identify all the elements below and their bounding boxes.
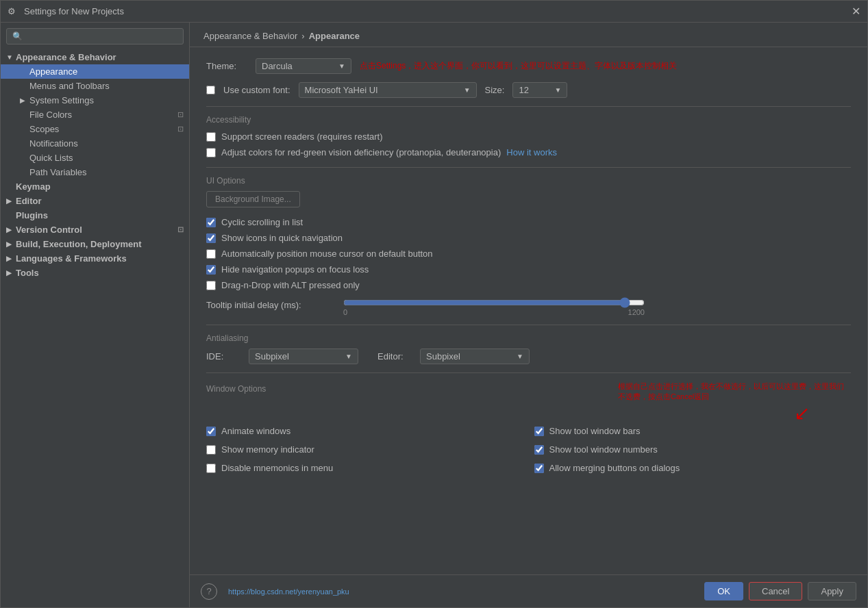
- sidebar-label-appearance: Appearance: [29, 66, 184, 77]
- show-tool-window-bars-checkbox[interactable]: [534, 427, 544, 436]
- font-value: Microsoft YaHei UI: [305, 85, 378, 95]
- window-options-grid: Animate windows Show tool window bars Sh…: [206, 425, 851, 477]
- sidebar-label-system-settings: System Settings: [29, 95, 184, 105]
- ide-aa-label: IDE:: [206, 351, 240, 362]
- allow-merging-row: Allow merging buttons on dialogs: [534, 461, 852, 474]
- sidebar-label-quick-lists: Quick Lists: [29, 153, 184, 163]
- red-arrow-icon: ↙: [794, 402, 810, 425]
- cancel-button[interactable]: Cancel: [749, 582, 802, 600]
- show-memory-checkbox[interactable]: [206, 445, 216, 455]
- sidebar-item-appearance[interactable]: Appearance: [1, 64, 189, 79]
- auto-mouse-row: Automatically position mouse cursor on d…: [206, 247, 851, 260]
- sidebar-item-notifications[interactable]: Notifications: [1, 136, 189, 151]
- font-dropdown[interactable]: Microsoft YaHei UI ▼: [299, 82, 477, 98]
- show-icons-checkbox[interactable]: [206, 233, 216, 243]
- ide-aa-value: Subpixel: [255, 351, 289, 362]
- ok-button[interactable]: OK: [704, 582, 743, 600]
- show-tool-window-bars-row: Show tool window bars: [534, 425, 852, 438]
- divider: [206, 325, 851, 325]
- sidebar-label-version-control: Version Control: [16, 225, 175, 235]
- antialiasing-title: Antialiasing: [206, 333, 851, 343]
- search-box[interactable]: 🔍: [6, 28, 184, 45]
- window-options-title: Window Options: [206, 384, 266, 394]
- disable-mnemonics-label: Disable mnemonics in menu: [221, 463, 333, 473]
- show-memory-label: Show memory indicator: [221, 444, 314, 455]
- sidebar-item-build-exec[interactable]: ▶ Build, Execution, Deployment: [1, 237, 189, 251]
- how-it-works-link[interactable]: How it works: [506, 147, 557, 157]
- sidebar-item-version-control[interactable]: ▶ Version Control ⊡: [1, 223, 189, 237]
- settings-content: Theme: Darcula ▼ 点击Settings，进入这个界面，你可以看到…: [190, 47, 867, 574]
- animate-windows-row: Animate windows: [206, 425, 523, 438]
- expand-arrow: ▶: [6, 269, 16, 277]
- sidebar-item-keymap[interactable]: Keymap: [1, 179, 189, 194]
- animate-windows-label: Animate windows: [221, 426, 290, 436]
- ide-aa-dropdown[interactable]: Subpixel ▼: [249, 349, 358, 364]
- drag-drop-label: Drag-n-Drop with ALT pressed only: [221, 280, 360, 290]
- sidebar-label-build-exec: Build, Execution, Deployment: [16, 239, 184, 249]
- expand-arrow: ▶: [6, 226, 16, 233]
- adjust-colors-checkbox[interactable]: [206, 148, 216, 157]
- theme-dropdown[interactable]: Darcula ▼: [256, 58, 351, 74]
- background-image-row: Background Image...: [206, 191, 851, 207]
- sidebar-label-keymap: Keymap: [16, 181, 184, 192]
- background-image-button[interactable]: Background Image...: [206, 191, 300, 207]
- sidebar-label-editor: Editor: [16, 196, 184, 206]
- editor-aa-dropdown[interactable]: Subpixel ▼: [420, 349, 530, 364]
- window-title: Settings for New Projects: [24, 6, 852, 16]
- allow-merging-checkbox[interactable]: [534, 464, 544, 473]
- adjust-colors-label: Adjust colors for red-green vision defic…: [221, 147, 501, 157]
- divider: [206, 372, 851, 373]
- help-button[interactable]: ?: [201, 583, 217, 600]
- sidebar-label-path-variables: Path Variables: [29, 167, 184, 177]
- sidebar-item-menus-toolbars[interactable]: Menus and Toolbars: [1, 79, 189, 93]
- disable-mnemonics-checkbox[interactable]: [206, 464, 216, 473]
- size-dropdown[interactable]: 12 ▼: [512, 82, 567, 98]
- tooltip-delay-slider[interactable]: [343, 297, 645, 308]
- size-label: Size:: [485, 85, 505, 95]
- sidebar-item-path-variables[interactable]: Path Variables: [1, 165, 189, 179]
- auto-mouse-label: Automatically position mouse cursor on d…: [221, 249, 433, 259]
- annotation-block: 根据自己点击进行选择，我在不做选行，以后可以这里费，这里我们不选费，按点击Can…: [618, 381, 851, 425]
- sidebar-item-appearance-behavior[interactable]: ▼ Appearance & Behavior: [1, 50, 189, 64]
- divider: [206, 167, 851, 168]
- support-screen-readers-row: Support screen readers (requires restart…: [206, 130, 851, 143]
- sidebar-item-tools[interactable]: ▶ Tools: [1, 266, 189, 280]
- allow-merging-label: Allow merging buttons on dialogs: [549, 463, 680, 473]
- sidebar-item-plugins[interactable]: Plugins: [1, 208, 189, 223]
- close-button[interactable]: ✕: [852, 5, 860, 18]
- url-bar: https://blog.csdn.net/yerenyuan_pku: [223, 587, 349, 596]
- bottom-bar: ? https://blog.csdn.net/yerenyuan_pku OK…: [190, 574, 867, 607]
- hide-nav-row: Hide navigation popups on focus loss: [206, 263, 851, 276]
- sidebar-label-languages: Languages & Frameworks: [16, 253, 184, 264]
- support-screen-readers-checkbox[interactable]: [206, 132, 216, 142]
- sidebar-item-quick-lists[interactable]: Quick Lists: [1, 151, 189, 165]
- drag-drop-checkbox[interactable]: [206, 281, 216, 290]
- sidebar: 🔍 ▼ Appearance & Behavior Appearance Men…: [1, 23, 190, 607]
- animate-windows-checkbox[interactable]: [206, 427, 216, 436]
- sidebar-item-editor[interactable]: ▶ Editor: [1, 194, 189, 208]
- sidebar-label-tools: Tools: [16, 268, 184, 278]
- apply-button[interactable]: Apply: [808, 582, 856, 600]
- use-custom-font-checkbox[interactable]: [206, 86, 215, 94]
- sidebar-label-plugins: Plugins: [16, 210, 184, 220]
- adjust-colors-row: Adjust colors for red-green vision defic…: [206, 146, 851, 159]
- sidebar-item-scopes[interactable]: Scopes ⊡: [1, 122, 189, 136]
- cyclic-scrolling-checkbox[interactable]: [206, 218, 216, 227]
- page-icon: ⊡: [177, 125, 184, 134]
- tooltip-delay-label: Tooltip initial delay (ms):: [206, 297, 343, 310]
- disable-mnemonics-row: Disable mnemonics in menu: [206, 461, 523, 474]
- tooltip-delay-section: Tooltip initial delay (ms): 0 1200: [206, 297, 851, 316]
- divider: [206, 106, 851, 107]
- sidebar-item-languages[interactable]: ▶ Languages & Frameworks: [1, 251, 189, 266]
- auto-mouse-checkbox[interactable]: [206, 249, 216, 259]
- search-icon: 🔍: [12, 31, 23, 41]
- hide-nav-label: Hide navigation popups on focus loss: [221, 264, 369, 275]
- search-input[interactable]: [25, 31, 177, 41]
- sidebar-item-file-colors[interactable]: File Colors ⊡: [1, 107, 189, 122]
- sidebar-item-system-settings[interactable]: ▶ System Settings: [1, 93, 189, 107]
- settings-window: ⚙ Settings for New Projects ✕ 🔍 ▼ Appear…: [0, 0, 868, 608]
- show-tool-window-numbers-checkbox[interactable]: [534, 445, 544, 455]
- window-annotation: 根据自己点击进行选择，我在不做选行，以后可以这里费，这里我们不选费，按点击Can…: [618, 381, 851, 402]
- breadcrumb-parent: Appearance & Behavior: [203, 31, 297, 41]
- hide-nav-checkbox[interactable]: [206, 265, 216, 275]
